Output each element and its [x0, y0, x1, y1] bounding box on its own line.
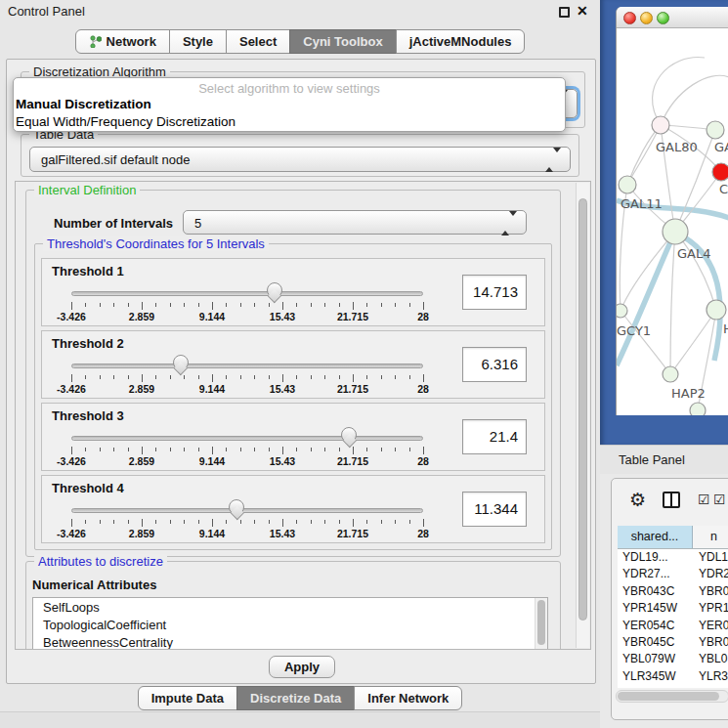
table-toolbar: ⚙ ☑ ☑ — [612, 479, 728, 522]
network-node[interactable] — [617, 304, 627, 318]
scrollbar-thumb[interactable] — [618, 692, 719, 701]
tab-network[interactable]: Network — [75, 29, 170, 54]
table-row[interactable]: YBR045CYBR0 — [618, 634, 728, 651]
tab-impute-data[interactable]: Impute Data — [138, 686, 237, 710]
threshold-panel: Threshold 3-3.4262.8599.14415.4321.71528… — [41, 403, 545, 471]
network-node[interactable] — [663, 366, 678, 382]
column-header-name[interactable]: n — [693, 526, 728, 548]
table-row[interactable]: YLR345WYLR3 — [618, 668, 728, 685]
table-row[interactable]: YIL052CYIL0 — [618, 685, 728, 688]
list-scrollbar[interactable] — [535, 598, 547, 650]
tab-discretize-data[interactable]: Discretize Data — [236, 686, 355, 710]
network-node-label: C — [719, 182, 728, 196]
slider-ticks — [71, 447, 423, 455]
tab-label: Impute Data — [151, 687, 224, 709]
slider-track[interactable] — [71, 291, 423, 296]
float-window-icon[interactable] — [559, 7, 570, 18]
attribute-list-item[interactable]: TopologicalCoefficient — [33, 616, 547, 633]
tab-style[interactable]: Style — [169, 29, 227, 54]
threshold-value-field[interactable]: 11.344 — [462, 492, 527, 527]
slider-track[interactable] — [71, 364, 423, 368]
threshold-label: Threshold 1 — [52, 264, 124, 278]
table-panel-box: ⚙ ☑ ☑ shared... n YDL19...YDL1YDR27...YD… — [611, 478, 728, 720]
network-edge — [670, 232, 675, 374]
combo-arrows-icon — [545, 152, 561, 167]
network-window-titlebar[interactable] — [617, 7, 728, 28]
network-node[interactable] — [663, 219, 688, 244]
table-row[interactable]: YDR27...YDR2 — [618, 566, 728, 582]
network-graph-canvas[interactable]: GAL80GACGAL11GAL4GCY1HHAP2 — [617, 28, 728, 415]
slider-tick-labels: -3.4262.8599.14415.4321.71528 — [71, 455, 423, 467]
tab-jactivemnodules[interactable]: jActiveMNodules — [396, 29, 526, 54]
tab-label: Cyni Toolbox — [303, 30, 382, 53]
table-row[interactable]: YBL079WYBL0 — [618, 651, 728, 667]
network-edge — [653, 58, 705, 125]
table-row[interactable]: YER054CYER0 — [618, 618, 728, 634]
network-node[interactable] — [712, 163, 728, 181]
slider-thumb[interactable] — [229, 499, 244, 515]
horizontal-scrollbar[interactable] — [616, 690, 728, 703]
table-panel-title: Table Panel — [619, 452, 685, 467]
zoom-traffic-light-icon[interactable] — [657, 12, 669, 24]
scrollbar-thumb[interactable] — [578, 198, 587, 621]
scrollbar-thumb[interactable] — [537, 600, 545, 645]
threshold-value-field[interactable]: 14.713 — [462, 275, 527, 310]
slider-thumb[interactable] — [341, 427, 357, 443]
tab-label: Network — [107, 30, 156, 53]
minimize-traffic-light-icon[interactable] — [640, 12, 653, 24]
attribute-list-item[interactable]: SelfLoops — [33, 598, 547, 616]
vertical-scrollbar[interactable] — [576, 183, 589, 648]
dropdown-option-manual-discretization[interactable]: Manual Discretization — [16, 97, 151, 111]
table-row[interactable]: YDL19...YDL1 — [618, 549, 728, 566]
network-node-label: GAL80 — [656, 140, 698, 154]
threshold-value-field[interactable]: 6.316 — [462, 347, 527, 382]
node-table: shared... n YDL19...YDL1YDR27...YDR2YBR0… — [618, 526, 728, 688]
checkbox-icon[interactable]: ☑ — [713, 492, 726, 507]
tab-cyni-toolbox[interactable]: Cyni Toolbox — [289, 29, 396, 54]
apply-button[interactable]: Apply — [269, 656, 335, 678]
checkbox-icon[interactable]: ☑ — [698, 492, 710, 507]
cyni-toolbox-content: Discretization Algorithm Select algorith… — [6, 59, 596, 684]
network-node[interactable] — [652, 116, 669, 134]
table-body: YDL19...YDL1YDR27...YDR2YBR043CYBR0YPR14… — [618, 549, 728, 688]
numerical-attributes-label: Numerical Attributes — [32, 578, 156, 592]
table-data-combobox[interactable]: galFiltered.sif default node — [29, 147, 571, 172]
column-header-shared-name[interactable]: shared... — [618, 526, 693, 548]
network-node[interactable] — [707, 121, 724, 139]
network-node[interactable] — [690, 403, 706, 415]
dropdown-option-equal-width-frequency[interactable]: Equal Width/Frequency Discretization — [16, 114, 236, 129]
network-view-window: GAL80GACGAL11GAL4GCY1HHAP2 — [616, 7, 728, 415]
close-traffic-light-icon[interactable] — [623, 12, 636, 24]
table-data-group: Table Data galFiltered.sif default node — [21, 134, 579, 177]
slider-tick-labels: -3.4262.8599.14415.4321.71528 — [71, 311, 423, 322]
columns-icon[interactable] — [663, 492, 680, 508]
num-intervals-combobox[interactable]: 5 — [183, 210, 527, 235]
threshold-value-field[interactable]: 21.4 — [462, 419, 527, 454]
slider-track[interactable] — [71, 436, 423, 441]
network-node[interactable] — [619, 176, 636, 193]
table-row[interactable]: YPR145WYPR1 — [618, 600, 728, 617]
slider-track[interactable] — [71, 508, 423, 513]
threshold-label: Threshold 3 — [52, 408, 124, 423]
numerical-attributes-list[interactable]: SelfLoopsTopologicalCoefficientBetweenne… — [32, 597, 548, 650]
threshold-label: Threshold 2 — [52, 336, 124, 351]
combo-arrows-icon — [501, 216, 517, 231]
group-title: Interval Definition — [34, 183, 140, 197]
table-panel-titlebar: Table Panel — [600, 445, 728, 474]
table-row[interactable]: YBR043CYBR0 — [618, 583, 728, 600]
slider-ticks — [71, 374, 423, 383]
gear-icon[interactable]: ⚙ — [629, 489, 646, 511]
table-panel: Table Panel ⚙ ☑ ☑ shared... n YDL19...YD… — [600, 445, 728, 728]
tab-select[interactable]: Select — [226, 29, 290, 54]
settings-viewport: Interval Definition Number of Intervals … — [15, 181, 591, 650]
slider-thumb[interactable] — [173, 355, 189, 370]
attribute-list-item[interactable]: BetweennessCentrality — [33, 633, 547, 650]
network-node-label: GA — [714, 140, 728, 154]
close-icon[interactable]: ✕ — [577, 3, 588, 19]
slider-thumb[interactable] — [267, 282, 282, 298]
tab-infer-network[interactable]: Infer Network — [354, 686, 462, 710]
tab-label: jActiveMNodules — [409, 30, 512, 53]
panel-title: Control Panel — [8, 4, 85, 19]
threshold-panel: Threshold 2-3.4262.8599.14415.4321.71528… — [41, 330, 545, 399]
network-node[interactable] — [707, 300, 726, 320]
